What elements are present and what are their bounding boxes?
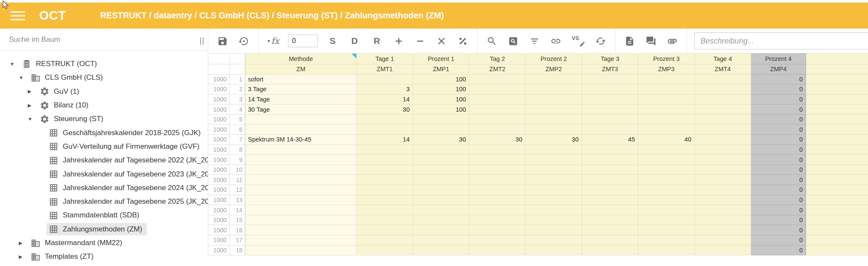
tree-node-steuerung[interactable]: Steuerung (ST) [38, 113, 108, 125]
cell-ZMP3-row15[interactable] [638, 215, 695, 225]
cell-ZM-row15[interactable] [245, 215, 357, 225]
cell-ZMP1-row11[interactable] [413, 175, 469, 185]
cell-ZM-row13[interactable] [245, 195, 357, 205]
cell-ZMP4-row5[interactable]: 0 [751, 114, 806, 124]
cell-ZMT1-row16[interactable] [357, 225, 413, 235]
cell-ZMP1-row5[interactable] [413, 114, 469, 124]
tree-node-jk2024[interactable]: Jahreskalender auf Tagesebene 2024 (JK_2… [47, 182, 208, 194]
cell-ZMT1-row13[interactable] [357, 195, 413, 205]
cell-ZMP3-row1[interactable] [638, 74, 695, 84]
cell-ZMT2-row8[interactable] [469, 145, 526, 155]
column-header-ZMT1[interactable]: Tage 1 [357, 54, 413, 64]
cell-ZM-row7[interactable]: Spektrum 3M 14-30-45 [245, 135, 357, 145]
tree-item-jk2022[interactable]: Jahreskalender auf Tagesebene 2022 (JK_2… [0, 153, 208, 167]
description-input[interactable] [694, 32, 868, 49]
cell-ZMT4-row2[interactable] [695, 84, 751, 95]
cell-ZMP4-row15[interactable]: 0 [751, 215, 806, 225]
expander-icon[interactable]: ▶ [17, 240, 29, 246]
cell-ZMP4-row8[interactable]: 0 [751, 145, 806, 155]
cell-ZMT4-row1[interactable] [695, 74, 751, 84]
cell-ZMP2-row8[interactable] [526, 145, 582, 155]
cell-ZMT4-row5[interactable] [695, 114, 751, 124]
tree-item-mastermandant[interactable]: ▶Mastermandant (MM22) [0, 236, 208, 250]
cell-ZMP1-row10[interactable] [413, 165, 469, 175]
row-number[interactable]: 14 [230, 205, 245, 215]
row-number[interactable]: 6 [230, 124, 245, 135]
letter-d-button[interactable]: D [347, 36, 362, 46]
cell-ZMT2-row16[interactable] [469, 225, 526, 235]
cell-ZMT1-row18[interactable] [357, 245, 413, 255]
cell-ZMP4-row14[interactable]: 0 [751, 205, 806, 215]
tree-node-zm[interactable]: Zahlungsmethoden (ZM) [47, 223, 147, 235]
column-header-ZMP3[interactable]: Prozent 3 [638, 54, 695, 64]
cell-ZM-row14[interactable] [245, 205, 357, 215]
cell-ZMP2-row2[interactable] [526, 84, 582, 95]
tree-node-gvf[interactable]: GuV-Verteilung auf Firmenwerktage (GVF) [47, 140, 204, 153]
cell-ZM-row10[interactable] [245, 165, 357, 175]
cell-ZMT4-row13[interactable] [695, 195, 751, 205]
row-number[interactable]: 15 [230, 215, 245, 225]
cell-ZMP2-row11[interactable] [526, 175, 582, 185]
cell-ZM-row6[interactable] [245, 124, 357, 135]
cell-ZMP3-row9[interactable] [638, 155, 695, 165]
cell-ZMT4-row15[interactable] [695, 215, 751, 225]
cell-ZMP2-row13[interactable] [526, 195, 582, 205]
cell-ZMT2-row7[interactable]: 30 [469, 135, 526, 145]
add-button[interactable] [392, 36, 406, 46]
cell-ZMT3-row16[interactable] [582, 225, 638, 235]
letter-s-button[interactable]: S [325, 36, 340, 46]
row-number[interactable]: 13 [230, 195, 245, 205]
cell-ZMT3-row18[interactable] [582, 245, 638, 255]
letter-r-button[interactable]: R [369, 36, 384, 46]
cell-ZMT1-row8[interactable] [357, 145, 413, 155]
cell-ZMP4-row10[interactable]: 0 [751, 165, 806, 175]
cell-ZMT3-row1[interactable] [582, 74, 638, 84]
cell-ZMT1-row12[interactable] [357, 185, 413, 195]
cell-ZMT3-row3[interactable] [582, 94, 638, 104]
row-number[interactable]: 18 [230, 245, 245, 255]
tree-item-cls-gmbh[interactable]: ▼CLS GmbH (CLS) [0, 71, 208, 84]
cell-ZMT3-row17[interactable] [582, 235, 638, 246]
tree-item-steuerung[interactable]: ▼Steuerung (ST) [0, 112, 208, 126]
cell-ZMP1-row12[interactable] [413, 185, 469, 195]
cell-ZMP3-row3[interactable] [638, 94, 695, 104]
cell-ZMP2-row9[interactable] [526, 155, 582, 165]
row-number[interactable]: 5 [230, 114, 245, 124]
column-header-ZM-code[interactable]: ZM [245, 64, 357, 74]
menu-icon[interactable] [10, 9, 25, 23]
cell-ZMT4-row3[interactable] [695, 94, 751, 104]
cell-ZM-row8[interactable] [245, 145, 357, 155]
cell-ZMP4-row6[interactable]: 0 [751, 124, 806, 135]
cell-ZMP1-row2[interactable]: 100 [413, 84, 469, 95]
cell-ZMT3-row4[interactable] [582, 104, 638, 115]
link-button[interactable] [549, 36, 563, 46]
cell-ZMP3-row12[interactable] [638, 185, 695, 195]
column-header-ZMP2[interactable]: Prozent 2 [526, 54, 582, 64]
cell-ZM-row4[interactable]: 30 Tage [245, 104, 357, 115]
cell-ZMP4-row1[interactable]: 0 [751, 74, 806, 84]
sync-button[interactable] [594, 36, 608, 46]
cell-ZMT1-row1[interactable] [357, 74, 413, 84]
cell-ZMP3-row4[interactable] [638, 104, 695, 115]
cell-ZMT4-row14[interactable] [695, 205, 751, 215]
cell-ZMP2-row16[interactable] [526, 225, 582, 235]
tree-item-restrukt[interactable]: ▼RESTRUKT (OCT) [0, 57, 208, 71]
cell-ZMP4-row2[interactable]: 0 [751, 84, 806, 95]
cell-ZMT4-row11[interactable] [695, 175, 751, 185]
row-number[interactable]: 8 [230, 145, 245, 155]
cell-ZMT1-row15[interactable] [357, 215, 413, 225]
cell-ZMT1-row14[interactable] [357, 205, 413, 215]
cell-ZMT4-row4[interactable] [695, 104, 751, 115]
column-header-ZMP3-code[interactable]: ZMP3 [638, 64, 695, 74]
cell-ZMT3-row5[interactable] [582, 114, 638, 124]
cell-ZMT1-row10[interactable] [357, 165, 413, 175]
row-number[interactable]: 7 [230, 135, 245, 145]
cell-ZMT3-row6[interactable] [582, 124, 638, 135]
cell-ZMT2-row11[interactable] [469, 175, 526, 185]
cell-ZMP1-row6[interactable] [413, 124, 469, 135]
cell-ZMP2-row17[interactable] [526, 235, 582, 246]
tree-item-jk2023[interactable]: Jahreskalender auf Tagesebene 2023 (JK_2… [0, 167, 208, 181]
cell-ZMP3-row10[interactable] [638, 165, 695, 175]
tree-item-jk2025[interactable]: Jahreskalender auf Tagesebene 2025 (JK_2… [0, 195, 208, 208]
cell-ZMP4-row7[interactable]: 0 [751, 135, 806, 145]
